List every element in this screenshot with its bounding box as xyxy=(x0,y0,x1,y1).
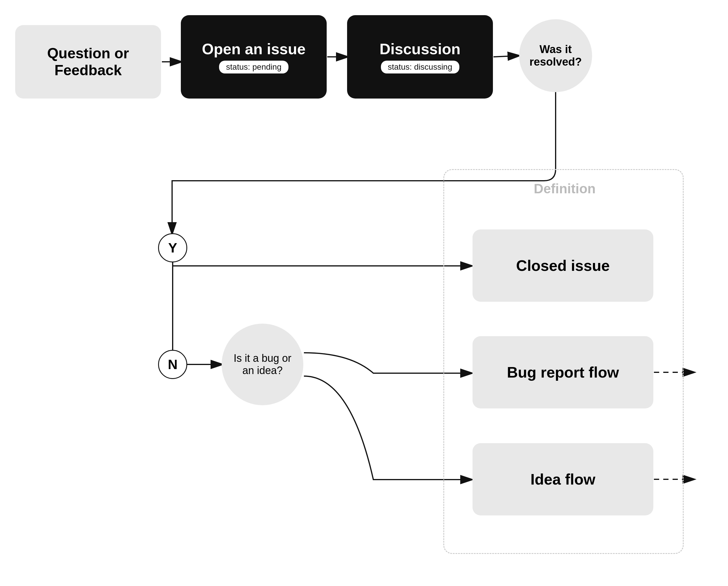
bug-report-label: Bug report flow xyxy=(507,364,619,381)
arrow-disc-to-resolved xyxy=(494,56,519,57)
idea-flow-label: Idea flow xyxy=(530,471,595,488)
bug-report-flow-node: Bug report flow xyxy=(472,336,653,408)
definition-label: Definition xyxy=(534,181,596,196)
closed-issue-node: Closed issue xyxy=(472,230,653,302)
was-resolved-node: Was it resolved? xyxy=(519,19,592,92)
closed-issue-label: Closed issue xyxy=(516,257,610,274)
discussion-label: Discussion xyxy=(380,40,460,58)
question-feedback-node: Question or Feedback xyxy=(15,25,161,99)
n-circle: N xyxy=(158,350,187,379)
bug-or-idea-node: Is it a bug or an idea? xyxy=(222,324,303,405)
open-issue-node: Open an issue status: pending xyxy=(181,15,327,99)
idea-flow-node: Idea flow xyxy=(472,443,653,515)
discussion-node: Discussion status: discussing xyxy=(347,15,493,99)
bug-or-idea-label: Is it a bug or an idea? xyxy=(222,346,303,382)
open-issue-label: Open an issue xyxy=(202,40,305,58)
discussion-status: status: discussing xyxy=(381,61,459,74)
y-label: Y xyxy=(168,240,177,256)
open-issue-status: status: pending xyxy=(219,61,288,74)
diagram: Question or Feedback Open an issue statu… xyxy=(0,0,728,586)
n-label: N xyxy=(168,356,177,372)
y-circle: Y xyxy=(158,233,187,262)
question-feedback-label: Question or Feedback xyxy=(15,39,161,84)
was-resolved-label: Was it resolved? xyxy=(519,37,592,74)
